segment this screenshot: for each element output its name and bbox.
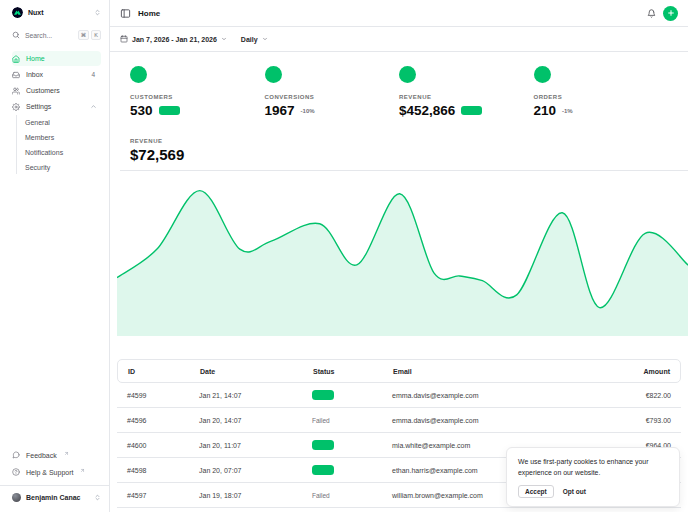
stat-delta-badge — [159, 106, 180, 115]
search-placeholder: Search... — [25, 32, 52, 39]
kbd-cmd: ⌘ — [78, 30, 90, 40]
search-input[interactable]: Search... ⌘ K — [12, 30, 101, 40]
sidebar-footer: Feedback Help & Support Benjamin Canac — [12, 447, 101, 512]
main-area: Home Jan 7, 2026 - Jan 21 — [110, 0, 688, 512]
kbd-k: K — [91, 30, 101, 40]
granularity-select[interactable]: Daily — [241, 36, 268, 43]
sidebar-item-inbox[interactable]: Inbox 4 — [12, 67, 101, 82]
nuxt-logo-icon — [12, 7, 23, 18]
sidebar-toggle-button[interactable] — [120, 8, 131, 19]
team-name: Nuxt — [28, 9, 44, 16]
sidebar: Nuxt Search... ⌘ K Home — [0, 0, 110, 512]
cell-status — [312, 465, 392, 475]
sidebar-item-notifications[interactable]: Notifications — [25, 145, 101, 159]
date-range-label: Jan 7, 2026 - Jan 21, 2026 — [132, 36, 217, 43]
sidebar-nav: Home Inbox 4 Customers — [12, 51, 101, 174]
search-shortcut: ⌘ K — [78, 30, 101, 40]
stat-card-orders[interactable]: ORDERS 210 -1% — [534, 66, 669, 118]
sidebar-divider — [0, 485, 109, 486]
external-link-icon — [64, 451, 69, 456]
status-paid-badge — [312, 465, 334, 475]
cell-date: Jan 20, 14:07 — [199, 417, 312, 424]
date-range-picker[interactable]: Jan 7, 2026 - Jan 21, 2026 — [120, 35, 227, 43]
status-failed-label: Failed — [312, 417, 330, 424]
cell-email: emma.davis@example.com — [392, 417, 585, 424]
inbox-icon — [12, 71, 20, 79]
sidebar-item-label: Inbox — [26, 71, 43, 78]
sidebar-item-settings[interactable]: Settings — [12, 99, 101, 114]
cell-date: Jan 21, 14:07 — [199, 392, 312, 399]
col-header-status: Status — [313, 368, 393, 375]
add-button[interactable] — [663, 6, 678, 21]
gear-icon — [12, 103, 20, 111]
cell-amount: €822.00 — [585, 392, 671, 399]
status-failed-label: Failed — [312, 492, 330, 499]
sidebar-item-customers[interactable]: Customers — [12, 83, 101, 98]
page-title: Home — [138, 9, 160, 18]
chevron-up-down-icon — [94, 494, 101, 501]
status-paid-badge — [312, 440, 334, 450]
chart-label: REVENUE — [130, 138, 678, 144]
cell-status — [312, 390, 392, 400]
stat-value: 530 — [130, 103, 153, 118]
cell-id: #4599 — [127, 392, 199, 399]
sidebar-item-label: Customers — [26, 87, 60, 94]
cell-id: #4596 — [127, 417, 199, 424]
stat-icon-dot — [130, 66, 147, 83]
cookie-optout-button[interactable]: Opt out — [563, 486, 586, 497]
cookie-accept-button[interactable]: Accept — [518, 485, 554, 498]
col-header-date: Date — [200, 368, 313, 375]
chevron-down-icon — [221, 36, 227, 42]
stat-card-conversions[interactable]: CONVERSIONS 1967 -10% — [265, 66, 400, 118]
help-support-link[interactable]: Help & Support — [12, 464, 101, 480]
sidebar-spacer — [12, 174, 101, 447]
sidebar-item-security[interactable]: Security — [25, 160, 101, 174]
cookie-banner: We use first-party cookies to enhance yo… — [506, 447, 680, 507]
user-name: Benjamin Canac — [26, 494, 80, 501]
sidebar-item-label: Settings — [26, 103, 51, 110]
calendar-icon — [120, 35, 128, 43]
cell-email: emma.davis@example.com — [392, 392, 585, 399]
cell-id: #4600 — [127, 442, 199, 449]
col-header-id: ID — [128, 368, 200, 375]
stat-icon-dot — [265, 66, 282, 83]
avatar — [12, 493, 21, 502]
help-icon — [12, 468, 20, 476]
footer-link-label: Help & Support — [26, 469, 73, 476]
page-content: CUSTOMERS 530 CONVERSIONS 1967 -10% — [110, 52, 688, 512]
area-chart-svg — [117, 171, 688, 336]
stat-icon-dot — [534, 66, 551, 83]
user-menu[interactable]: Benjamin Canac — [12, 491, 101, 508]
cell-date: Jan 20, 07:07 — [199, 467, 312, 474]
notifications-button[interactable] — [647, 9, 656, 18]
sidebar-item-general[interactable]: General — [25, 115, 101, 129]
search-icon — [12, 31, 20, 39]
stat-label: ORDERS — [534, 94, 669, 100]
filter-toolbar: Jan 7, 2026 - Jan 21, 2026 Daily — [110, 27, 688, 52]
sidebar-item-home[interactable]: Home — [12, 51, 101, 66]
stat-card-revenue[interactable]: REVENUE $452,866 — [399, 66, 534, 118]
cell-date: Jan 20, 11:07 — [199, 442, 312, 449]
feedback-link[interactable]: Feedback — [12, 447, 101, 463]
inbox-count-badge: 4 — [91, 71, 97, 78]
stat-value: 1967 — [265, 103, 295, 118]
app-window: Nuxt Search... ⌘ K Home — [0, 0, 688, 512]
stat-icon-dot — [399, 66, 416, 83]
revenue-area-chart — [110, 171, 688, 336]
granularity-label: Daily — [241, 36, 258, 43]
sidebar-item-label: Home — [26, 55, 45, 62]
stat-card-customers[interactable]: CUSTOMERS 530 — [130, 66, 265, 118]
table-row[interactable]: #4599 Jan 21, 14:07 emma.davis@example.c… — [117, 383, 681, 408]
table-row[interactable]: #4596 Jan 20, 14:07 Failed emma.davis@ex… — [117, 408, 681, 433]
stat-label: CUSTOMERS — [130, 94, 265, 100]
cell-status: Failed — [312, 417, 392, 424]
col-header-email: Email — [393, 368, 584, 375]
sidebar-item-members[interactable]: Members — [25, 130, 101, 144]
stat-label: CONVERSIONS — [265, 94, 400, 100]
chart-header: REVENUE $72,569 — [120, 124, 688, 171]
cell-id: #4598 — [127, 467, 199, 474]
cell-amount: €793.00 — [585, 417, 671, 424]
team-selector[interactable]: Nuxt — [12, 7, 101, 18]
cell-id: #4597 — [127, 492, 199, 499]
chevron-down-icon — [262, 36, 268, 42]
